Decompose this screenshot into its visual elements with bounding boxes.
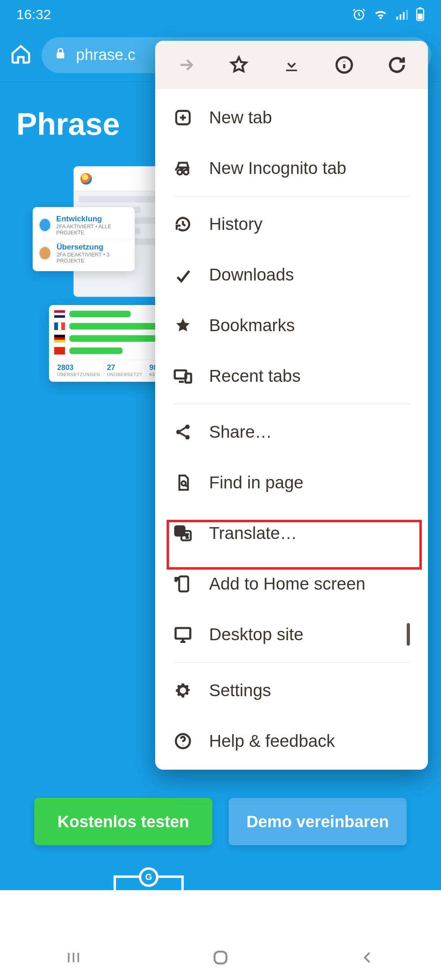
- wifi-icon: [373, 7, 388, 22]
- menu-label: Downloads: [209, 265, 294, 285]
- browser-overflow-menu: New tab New Incognito tab History Downlo…: [155, 41, 428, 770]
- svg-point-19: [182, 481, 186, 486]
- downloads-icon: [173, 265, 193, 285]
- parrot-icon: [80, 173, 92, 185]
- recents-icon[interactable]: [63, 947, 84, 968]
- menu-bookmarks[interactable]: Bookmarks: [155, 300, 428, 351]
- svg-point-17: [176, 430, 181, 434]
- battery-icon: [416, 7, 425, 21]
- menu-help[interactable]: Help & feedback: [155, 716, 428, 766]
- history-icon: [173, 214, 193, 234]
- menu-label: Desktop site: [209, 625, 303, 644]
- stat-value: 27: [107, 363, 143, 372]
- status-time: 16:32: [16, 7, 51, 22]
- flag-de-icon: [54, 334, 65, 343]
- add-home-icon: [173, 574, 193, 594]
- book-demo-button[interactable]: Demo vereinbaren: [229, 798, 407, 845]
- home-nav-icon[interactable]: [210, 947, 231, 968]
- cta-row: Kostenlos testen Demo vereinbaren: [0, 798, 441, 845]
- svg-point-18: [185, 435, 190, 439]
- menu-label: Translate…: [209, 523, 297, 543]
- avatar: [38, 246, 51, 261]
- menu-share[interactable]: Share…: [155, 407, 428, 457]
- svg-rect-2: [400, 14, 401, 20]
- home-icon[interactable]: [10, 43, 32, 67]
- menu-downloads[interactable]: Downloads: [155, 249, 428, 300]
- status-tray: [352, 7, 425, 22]
- lock-icon: [54, 46, 67, 64]
- card-sub: 2FA DEAKTIVIERT • 3 PROJEKTE: [56, 252, 129, 264]
- card-title: Entwicklung: [56, 214, 129, 223]
- svg-rect-6: [419, 7, 422, 9]
- user-cards: Entwicklung 2FA AKTIVIERT • ALLE PROJEKT…: [33, 207, 135, 271]
- svg-rect-8: [57, 52, 65, 58]
- menu-label: New Incognito tab: [209, 158, 346, 178]
- svg-rect-9: [214, 951, 226, 963]
- help-icon: [173, 731, 193, 751]
- flag-fr-icon: [54, 322, 65, 330]
- menu-label: Help & feedback: [209, 731, 335, 751]
- stat-label: UNÜBERSETZT: [107, 372, 143, 377]
- download-icon[interactable]: [281, 55, 302, 75]
- menu-label: Add to Home screen: [209, 574, 365, 594]
- desktop-icon: [173, 625, 193, 644]
- try-free-button[interactable]: Kostenlos testen: [34, 798, 212, 845]
- svg-rect-4: [406, 10, 408, 20]
- flag-cn-icon: [54, 347, 65, 355]
- status-bar: 16:32: [0, 0, 441, 29]
- stat-value: 2803: [57, 363, 100, 372]
- devices-icon: [173, 366, 193, 386]
- menu-label: New tab: [209, 108, 272, 127]
- menu-label: Recent tabs: [209, 366, 301, 386]
- menu-translate[interactable]: G Translate…: [155, 508, 428, 559]
- card-title: Übersetzung: [56, 243, 129, 252]
- svg-rect-23: [179, 577, 188, 592]
- stat-label: ÜBERSETZUNGEN: [57, 372, 100, 377]
- back-nav-icon[interactable]: [357, 947, 378, 968]
- svg-rect-3: [403, 12, 405, 20]
- menu-label: Bookmarks: [209, 316, 295, 335]
- menu-new-tab[interactable]: New tab: [155, 92, 428, 143]
- menu-add-home[interactable]: Add to Home screen: [155, 559, 428, 609]
- find-in-page-icon: [173, 473, 193, 492]
- desktop-site-checkbox[interactable]: [407, 625, 410, 644]
- url-text: phrase.c: [76, 46, 136, 64]
- alarm-icon: [352, 7, 366, 21]
- svg-rect-7: [418, 13, 423, 19]
- card-sub: 2FA AKTIVIERT • ALLE PROJEKTE: [56, 223, 129, 236]
- menu-label: History: [209, 214, 263, 234]
- bookmark-star-icon: [173, 316, 193, 335]
- incognito-icon: [173, 158, 193, 178]
- refresh-icon[interactable]: [387, 55, 407, 75]
- svg-rect-1: [396, 16, 398, 20]
- menu-recent-tabs[interactable]: Recent tabs: [155, 351, 428, 401]
- android-nav-bar: [0, 935, 441, 980]
- svg-rect-15: [185, 374, 191, 383]
- avatar: [38, 218, 51, 232]
- gear-icon: [173, 681, 193, 700]
- flag-uk-icon: [54, 310, 65, 318]
- menu-history[interactable]: History: [155, 199, 428, 249]
- plus-box-icon: [173, 108, 193, 127]
- star-icon[interactable]: [229, 55, 249, 75]
- menu-label: Settings: [209, 681, 271, 700]
- menu-label: Find in page: [209, 473, 303, 492]
- forward-icon[interactable]: [176, 55, 196, 75]
- menu-settings[interactable]: Settings: [155, 665, 428, 716]
- info-icon[interactable]: [334, 55, 354, 75]
- svg-point-13: [184, 170, 189, 175]
- menu-find-in-page[interactable]: Find in page: [155, 457, 428, 508]
- signal-icon: [395, 8, 408, 21]
- translate-icon: G: [173, 523, 193, 543]
- svg-point-12: [178, 170, 183, 175]
- menu-incognito[interactable]: New Incognito tab: [155, 143, 428, 194]
- menu-action-row: [155, 41, 428, 89]
- menu-label: Share…: [209, 422, 272, 442]
- svg-rect-24: [176, 628, 190, 639]
- menu-desktop-site[interactable]: Desktop site: [155, 609, 428, 660]
- share-icon: [173, 422, 193, 442]
